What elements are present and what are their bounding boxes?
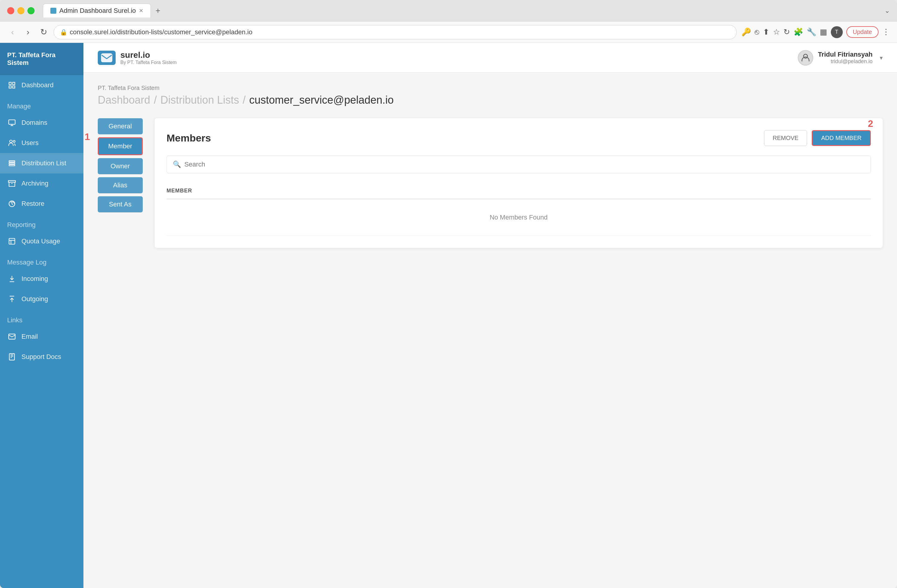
svg-rect-23 xyxy=(9,354,14,360)
sidebar-label-incoming: Incoming xyxy=(21,275,48,283)
user-email: tridul@peladen.io xyxy=(818,58,873,65)
tab-sent-as[interactable]: Sent As xyxy=(98,196,143,212)
sidebar-item-domains[interactable]: Domains xyxy=(0,113,83,133)
sidebar-item-quota-usage[interactable]: Quota Usage xyxy=(0,231,83,251)
sidebar-label-archiving: Archiving xyxy=(21,180,48,187)
logo-name: surel.io xyxy=(120,50,177,60)
sidebar-label-outgoing: Outgoing xyxy=(21,295,48,303)
table-body: No Members Found xyxy=(167,199,871,236)
sidebar-item-incoming[interactable]: Incoming xyxy=(0,269,83,289)
close-traffic-light[interactable] xyxy=(7,7,14,14)
url-text: console.surel.io/distribution-lists/cust… xyxy=(70,28,253,36)
grid-icon[interactable]: ▦ xyxy=(820,27,827,37)
svg-rect-4 xyxy=(9,120,15,124)
remove-button[interactable]: REMOVE xyxy=(764,130,807,146)
sidebar-label-domains: Domains xyxy=(21,119,47,127)
breadcrumb-separator-2: / xyxy=(243,94,246,106)
menu-icon[interactable]: ⋮ xyxy=(882,27,890,37)
annotation-1: 1 xyxy=(85,131,90,142)
quota-usage-icon xyxy=(7,237,17,246)
browser-toolbar: ‹ › ↻ 🔒 console.surel.io/distribution-li… xyxy=(0,21,897,43)
logo-sub: By PT. Taffeta Fora Sistem xyxy=(120,60,177,65)
sync-icon[interactable]: ↻ xyxy=(784,27,790,37)
sidebar-item-distribution-list[interactable]: Distribution List xyxy=(0,153,83,173)
user-avatar xyxy=(798,50,813,66)
column-member: MEMBER xyxy=(167,188,192,194)
member-tab-wrapper: Member xyxy=(98,137,143,155)
add-member-wrapper: 2 ADD MEMBER xyxy=(812,130,871,146)
logo-icon xyxy=(98,50,116,65)
sidebar-label-support-docs: Support Docs xyxy=(21,353,61,361)
profile-icon[interactable]: T xyxy=(831,26,843,38)
svg-rect-0 xyxy=(9,82,11,85)
sidebar-item-dashboard[interactable]: Dashboard xyxy=(0,75,83,95)
sidebar-label-quota-usage: Quota Usage xyxy=(21,237,60,245)
address-bar[interactable]: 🔒 console.surel.io/distribution-lists/cu… xyxy=(54,25,737,39)
tab-owner[interactable]: Owner xyxy=(98,158,143,174)
outgoing-icon xyxy=(7,294,17,304)
distribution-list-icon xyxy=(7,159,17,168)
add-member-button[interactable]: ADD MEMBER xyxy=(812,130,871,146)
app-container: PT. Taffeta Fora Sistem Dashboard Manage… xyxy=(0,43,897,588)
support-docs-icon xyxy=(7,352,17,362)
tab-member[interactable]: Member xyxy=(98,137,143,155)
sidebar-item-restore[interactable]: Restore xyxy=(0,194,83,214)
domains-icon xyxy=(7,118,17,127)
extension-icon[interactable]: 🧩 xyxy=(794,27,803,37)
org-name: PT. Taffeta Fora Sistem xyxy=(98,85,883,92)
tabs-column: General Member Owner Alias Sent As xyxy=(98,118,143,212)
star-icon[interactable]: ☆ xyxy=(773,27,780,37)
no-data-message: No Members Found xyxy=(167,199,871,236)
sidebar-label-restore: Restore xyxy=(21,200,44,208)
traffic-lights xyxy=(7,7,35,14)
breadcrumb-dashboard[interactable]: Dashboard xyxy=(98,94,150,106)
key-icon[interactable]: 🔑 xyxy=(741,27,751,37)
maximize-traffic-light[interactable] xyxy=(28,7,35,14)
dashboard-icon xyxy=(7,81,17,90)
browser-titlebar: Admin Dashboard Surel.io ✕ + ⌄ xyxy=(0,0,897,21)
active-tab[interactable]: Admin Dashboard Surel.io ✕ xyxy=(43,3,151,18)
annotation-2: 2 xyxy=(868,118,873,129)
sidebar-brand: PT. Taffeta Fora Sistem xyxy=(0,43,83,75)
user-dropdown-chevron[interactable]: ▾ xyxy=(880,54,883,61)
sidebar-item-archiving[interactable]: Archiving xyxy=(0,173,83,194)
external-link-icon[interactable]: ⎋ xyxy=(755,27,759,37)
tab-close-button[interactable]: ✕ xyxy=(139,8,143,14)
tab-alias[interactable]: Alias xyxy=(98,177,143,193)
tabs-panel-wrapper: 1 General Member Owner Alias Sent As xyxy=(98,118,883,248)
svg-point-8 xyxy=(13,140,15,142)
sidebar-item-users[interactable]: Users xyxy=(0,133,83,153)
sidebar: PT. Taffeta Fora Sistem Dashboard Manage… xyxy=(0,43,83,588)
share-icon[interactable]: ⬆ xyxy=(763,27,770,37)
forward-button[interactable]: › xyxy=(23,27,34,38)
sidebar-label-distribution-list: Distribution List xyxy=(21,159,66,167)
sidebar-label-email: Email xyxy=(21,333,38,341)
puzzle-icon[interactable]: 🔧 xyxy=(807,27,816,37)
sidebar-label-dashboard: Dashboard xyxy=(21,81,54,89)
sidebar-item-outgoing[interactable]: Outgoing xyxy=(0,289,83,309)
sidebar-item-support-docs[interactable]: Support Docs xyxy=(0,347,83,367)
panel-title: Members xyxy=(167,132,211,144)
new-tab-button[interactable]: + xyxy=(156,6,160,15)
search-input[interactable] xyxy=(184,160,865,168)
panel-body: Members REMOVE 2 ADD MEMBER 🔍 xyxy=(155,118,883,248)
breadcrumb: Dashboard / Distribution Lists / custome… xyxy=(98,94,883,106)
minimize-traffic-light[interactable] xyxy=(17,7,24,14)
breadcrumb-current: customer_service@peladen.io xyxy=(249,94,394,106)
top-nav: surel.io By PT. Taffeta Fora Sistem Trid… xyxy=(83,43,897,73)
browser-window: Admin Dashboard Surel.io ✕ + ⌄ ‹ › ↻ 🔒 c… xyxy=(0,0,897,588)
sidebar-item-email[interactable]: Email xyxy=(0,327,83,347)
incoming-icon xyxy=(7,274,17,284)
svg-point-7 xyxy=(9,140,12,143)
breadcrumb-distribution-lists[interactable]: Distribution Lists xyxy=(160,94,239,106)
reload-button[interactable]: ↻ xyxy=(38,27,49,38)
sidebar-section-manage: Manage xyxy=(0,95,83,113)
back-button[interactable]: ‹ xyxy=(7,27,18,38)
sidebar-section-links: Links xyxy=(0,309,83,327)
tab-bar: Admin Dashboard Surel.io ✕ + xyxy=(43,3,160,18)
update-button[interactable]: Update xyxy=(846,26,879,38)
svg-rect-9 xyxy=(9,160,15,162)
tab-favicon xyxy=(51,8,56,14)
tab-general[interactable]: General xyxy=(98,118,143,134)
users-icon xyxy=(7,138,17,148)
